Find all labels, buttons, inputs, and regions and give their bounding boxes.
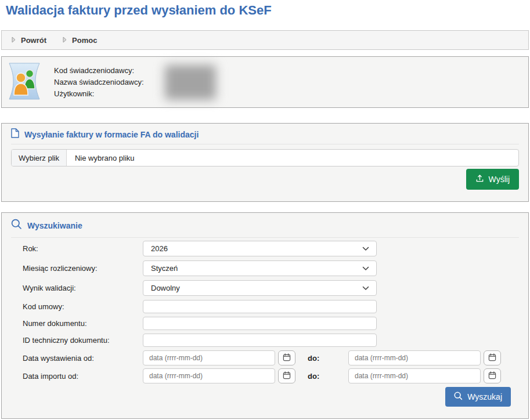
calendar-icon bbox=[488, 353, 496, 363]
toolbar-item-label: Powrót bbox=[21, 36, 46, 45]
numer-dokumentu-label: Numer dokumentu: bbox=[23, 319, 143, 328]
calendar-icon bbox=[488, 371, 496, 381]
calendar-icon bbox=[283, 353, 291, 363]
arrow-right-icon bbox=[63, 35, 67, 45]
send-button[interactable]: Wyślij bbox=[466, 169, 519, 190]
upload-panel: Wysyłanie faktury w formacie FA do walid… bbox=[1, 123, 529, 202]
id-techniczny-input[interactable] bbox=[143, 334, 377, 347]
wynik-walidacji-select[interactable]: Dowolny bbox=[143, 280, 377, 296]
chevron-down-icon bbox=[362, 244, 369, 253]
arrow-right-icon bbox=[12, 35, 16, 45]
chevron-down-icon bbox=[362, 284, 369, 292]
provider-info-panel: Kod świadczeniodawcy: Nazwa świadczeniod… bbox=[1, 56, 529, 108]
miesiac-select-value: Styczeń bbox=[151, 264, 178, 273]
calendar-button-importu-od[interactable] bbox=[278, 368, 295, 383]
numer-dokumentu-input[interactable] bbox=[143, 317, 377, 330]
users-icon bbox=[8, 63, 41, 102]
send-button-label: Wyślij bbox=[489, 175, 510, 184]
rok-label: Rok: bbox=[23, 244, 143, 253]
toolbar: Powrót Pomoc bbox=[1, 30, 529, 50]
search-panel: Wyszukiwanie Rok: 2026 Miesiąc rozliczen… bbox=[1, 212, 529, 419]
search-panel-header: Wyszukiwanie bbox=[11, 213, 519, 238]
wynik-walidacji-select-value: Dowolny bbox=[151, 284, 180, 292]
id-techniczny-label: ID techniczny dokumentu: bbox=[23, 336, 143, 345]
upload-panel-header: Wysyłanie faktury w formacie FA do walid… bbox=[11, 124, 519, 144]
file-status-text: Nie wybrano pliku bbox=[67, 150, 143, 166]
data-wystawienia-do-input[interactable] bbox=[348, 350, 481, 365]
file-input[interactable]: Wybierz plik Nie wybrano pliku bbox=[11, 149, 519, 166]
miesiac-label: Miesiąc rozliczeniowy: bbox=[23, 264, 143, 273]
data-importu-label: Data importu od: bbox=[23, 372, 143, 381]
kod-umowy-label: Kod umowy: bbox=[23, 302, 143, 311]
redacted-provider-values bbox=[165, 65, 216, 100]
data-importu-do-input[interactable] bbox=[348, 368, 481, 383]
calendar-icon bbox=[283, 371, 291, 381]
data-wystawienia-label: Data wystawienia od: bbox=[23, 354, 143, 363]
calendar-button-wystawienia-do[interactable] bbox=[484, 350, 501, 365]
search-icon bbox=[454, 392, 463, 402]
upload-panel-title: Wysyłanie faktury w formacie FA do walid… bbox=[24, 130, 199, 139]
provider-user-label: Użytkownik: bbox=[54, 88, 153, 100]
search-icon bbox=[11, 219, 22, 232]
rok-select-value: 2026 bbox=[151, 244, 168, 253]
search-form: Rok: 2026 Miesiąc rozliczeniowy: Styczeń… bbox=[11, 241, 519, 407]
search-button[interactable]: Wyszukaj bbox=[445, 387, 511, 407]
toolbar-item-pomoc[interactable]: Pomoc bbox=[63, 35, 97, 45]
do-label: do: bbox=[308, 354, 348, 363]
search-button-label: Wyszukaj bbox=[467, 392, 502, 401]
kod-umowy-input[interactable] bbox=[143, 300, 377, 313]
page-title: Walidacja faktury przed wysłaniem do KSe… bbox=[1, 0, 529, 17]
provider-code-label: Kod świadczeniodawcy: bbox=[54, 65, 153, 77]
wynik-walidacji-label: Wynik walidacji: bbox=[23, 284, 143, 292]
provider-info-labels: Kod świadczeniodawcy: Nazwa świadczeniod… bbox=[54, 65, 153, 100]
chevron-down-icon bbox=[362, 264, 369, 273]
toolbar-item-label: Pomoc bbox=[72, 36, 97, 45]
data-wystawienia-od-input[interactable] bbox=[143, 350, 275, 365]
document-icon bbox=[11, 128, 19, 140]
search-panel-title: Wyszukiwanie bbox=[27, 221, 82, 230]
toolbar-item-powrot[interactable]: Powrót bbox=[12, 35, 46, 45]
rok-select[interactable]: 2026 bbox=[143, 241, 377, 256]
data-importu-od-input[interactable] bbox=[143, 368, 275, 383]
calendar-button-importu-do[interactable] bbox=[484, 368, 501, 383]
do-label: do: bbox=[308, 372, 348, 381]
upload-icon bbox=[475, 174, 484, 184]
choose-file-button[interactable]: Wybierz plik bbox=[12, 150, 67, 166]
calendar-button-wystawienia-od[interactable] bbox=[278, 350, 295, 365]
page: Walidacja faktury przed wysłaniem do KSe… bbox=[0, 0, 530, 419]
provider-name-label: Nazwa świadczeniodawcy: bbox=[54, 77, 153, 88]
miesiac-select[interactable]: Styczeń bbox=[143, 260, 377, 276]
